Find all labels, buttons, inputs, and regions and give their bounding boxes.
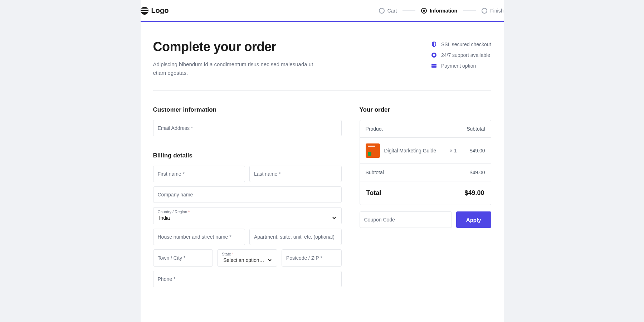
shield-icon: [431, 42, 437, 47]
trust-label: Payment option: [441, 63, 476, 69]
step-finish[interactable]: Finish: [482, 8, 503, 14]
header: Logo Cart Information Finish: [141, 0, 504, 21]
apply-button[interactable]: Apply: [456, 211, 491, 228]
main-grid: Customer information Billing details Cou…: [153, 106, 491, 292]
apartment-field[interactable]: [249, 229, 342, 245]
subtotal-header: Subtotal: [467, 126, 485, 132]
trust-label: 24/7 support available: [441, 52, 490, 58]
logo-text: Logo: [151, 6, 169, 15]
first-name-field[interactable]: [153, 166, 245, 182]
street-field[interactable]: [153, 229, 245, 245]
last-name-field[interactable]: [249, 166, 342, 182]
company-field[interactable]: [153, 186, 342, 203]
page-title: Complete your order: [153, 39, 325, 54]
order-subtotal-row: Subtotal $49.00: [360, 164, 491, 181]
svg-rect-2: [431, 64, 436, 68]
step-separator: [402, 10, 415, 11]
subtotal-value: $49.00: [470, 170, 485, 175]
step-separator: [463, 10, 476, 11]
step-cart[interactable]: Cart: [379, 8, 397, 14]
step-circle-icon: [421, 8, 427, 14]
email-field[interactable]: [153, 120, 342, 136]
card-icon: [431, 63, 437, 69]
state-select[interactable]: Select an option…: [222, 256, 273, 264]
order-item: Digital Marketing Guide × 1 $49.00: [360, 138, 491, 164]
phone-field[interactable]: [153, 271, 342, 287]
step-circle-icon: [482, 8, 487, 14]
customer-info-heading: Customer information: [153, 106, 342, 113]
content: Complete your order Adipiscing bibendum …: [141, 22, 504, 313]
country-select-wrap: Country / Region * India: [153, 207, 342, 224]
trust-badges: SSL secured checkout 24/7 support availa…: [431, 39, 491, 77]
product-qty: × 1: [450, 148, 457, 153]
order-column: Your order Product Subtotal Digital Mark…: [360, 106, 491, 292]
total-value: $49.00: [464, 189, 484, 197]
state-select-wrap: State * Select an option…: [217, 249, 277, 267]
svg-point-1: [433, 54, 435, 56]
svg-rect-3: [431, 65, 436, 65]
city-field[interactable]: [153, 249, 213, 267]
order-summary: Product Subtotal Digital Marketing Guide…: [360, 120, 491, 205]
subtotal-label: Subtotal: [366, 170, 384, 175]
trust-payment: Payment option: [431, 63, 491, 69]
step-information[interactable]: Information: [421, 8, 457, 14]
checkout-page: Logo Cart Information Finish Complete yo…: [141, 0, 504, 322]
coupon-field[interactable]: [360, 211, 452, 228]
form-column: Customer information Billing details Cou…: [153, 106, 342, 292]
step-label: Cart: [387, 8, 397, 14]
step-label: Finish: [490, 8, 503, 14]
billing-heading: Billing details: [153, 152, 342, 159]
logo[interactable]: Logo: [141, 6, 169, 15]
trust-support: 24/7 support available: [431, 52, 491, 58]
country-label: Country / Region *: [158, 210, 337, 214]
trust-ssl: SSL secured checkout: [431, 42, 491, 47]
postcode-field[interactable]: [282, 249, 342, 267]
order-total-row: Total $49.00: [360, 181, 491, 205]
total-label: Total: [366, 189, 381, 197]
intro-left: Complete your order Adipiscing bibendum …: [153, 39, 325, 77]
support-icon: [431, 52, 437, 58]
product-header: Product: [366, 126, 383, 132]
state-label: State *: [222, 252, 273, 256]
page-description: Adipiscing bibendum id a condimentum ris…: [153, 60, 325, 77]
checkout-steps: Cart Information Finish: [379, 8, 504, 14]
coupon-row: Apply: [360, 211, 491, 228]
trust-label: SSL secured checkout: [441, 42, 491, 47]
product-name: Digital Marketing Guide: [384, 148, 445, 153]
logo-icon: [141, 7, 148, 15]
country-select[interactable]: India: [158, 214, 337, 222]
product-thumbnail: [366, 143, 380, 158]
step-label: Information: [430, 8, 457, 14]
step-circle-icon: [379, 8, 385, 14]
order-header-row: Product Subtotal: [360, 120, 491, 138]
intro-section: Complete your order Adipiscing bibendum …: [153, 39, 491, 91]
product-price: $49.00: [470, 148, 485, 153]
order-heading: Your order: [360, 106, 491, 113]
